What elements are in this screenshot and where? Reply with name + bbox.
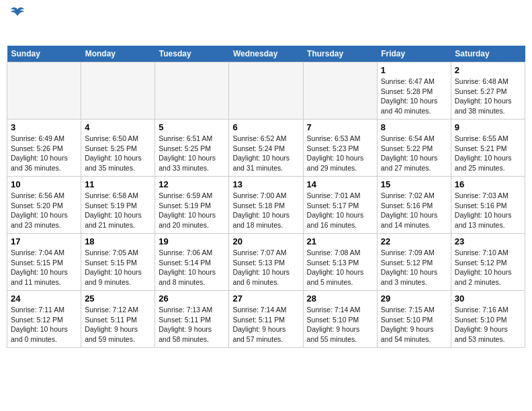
day-info: Sunrise: 7:03 AM Sunset: 5:16 PM Dayligh… — [455, 191, 521, 230]
calendar-cell — [81, 62, 155, 120]
calendar-week-row: 3Sunrise: 6:49 AM Sunset: 5:26 PM Daylig… — [7, 120, 525, 177]
day-info: Sunrise: 7:14 AM Sunset: 5:11 PM Dayligh… — [232, 305, 299, 345]
calendar-cell: 29Sunrise: 7:15 AM Sunset: 5:10 PM Dayli… — [377, 291, 451, 348]
day-number: 11 — [85, 179, 151, 189]
day-info: Sunrise: 6:54 AM Sunset: 5:22 PM Dayligh… — [381, 134, 447, 173]
calendar-cell: 11Sunrise: 6:58 AM Sunset: 5:19 PM Dayli… — [81, 177, 155, 234]
col-header-monday: Monday — [81, 46, 155, 62]
calendar-cell: 15Sunrise: 7:02 AM Sunset: 5:16 PM Dayli… — [377, 177, 451, 234]
day-info: Sunrise: 7:13 AM Sunset: 5:11 PM Dayligh… — [159, 305, 225, 345]
col-header-saturday: Saturday — [451, 46, 525, 62]
day-info: Sunrise: 7:06 AM Sunset: 5:14 PM Dayligh… — [159, 248, 225, 287]
calendar-cell: 1Sunrise: 6:47 AM Sunset: 5:28 PM Daylig… — [377, 62, 451, 120]
day-info: Sunrise: 7:00 AM Sunset: 5:18 PM Dayligh… — [232, 191, 299, 230]
day-info: Sunrise: 7:15 AM Sunset: 5:10 PM Dayligh… — [381, 305, 447, 345]
logo-bird-icon — [8, 7, 27, 21]
calendar-cell: 27Sunrise: 7:14 AM Sunset: 5:11 PM Dayli… — [229, 291, 303, 348]
calendar-week-row: 10Sunrise: 6:56 AM Sunset: 5:20 PM Dayli… — [7, 177, 525, 234]
calendar-cell — [229, 62, 303, 120]
calendar-cell: 28Sunrise: 7:14 AM Sunset: 5:10 PM Dayli… — [303, 291, 377, 348]
calendar-header-row: SundayMondayTuesdayWednesdayThursdayFrid… — [7, 46, 525, 62]
day-info: Sunrise: 7:09 AM Sunset: 5:12 PM Dayligh… — [381, 248, 447, 287]
day-number: 21 — [307, 236, 373, 246]
day-info: Sunrise: 7:04 AM Sunset: 5:15 PM Dayligh… — [11, 248, 77, 287]
page-header — [7, 7, 525, 39]
calendar-week-row: 17Sunrise: 7:04 AM Sunset: 5:15 PM Dayli… — [7, 234, 525, 291]
day-number: 12 — [159, 179, 225, 189]
day-number: 17 — [11, 236, 77, 246]
day-info: Sunrise: 6:58 AM Sunset: 5:19 PM Dayligh… — [85, 191, 151, 230]
day-info: Sunrise: 6:50 AM Sunset: 5:25 PM Dayligh… — [85, 134, 151, 173]
calendar-cell: 3Sunrise: 6:49 AM Sunset: 5:26 PM Daylig… — [7, 120, 81, 177]
day-number: 13 — [232, 179, 299, 189]
col-header-sunday: Sunday — [7, 46, 81, 62]
col-header-thursday: Thursday — [303, 46, 377, 62]
day-number: 25 — [85, 293, 151, 304]
calendar-cell: 26Sunrise: 7:13 AM Sunset: 5:11 PM Dayli… — [155, 291, 229, 348]
day-number: 10 — [11, 179, 77, 189]
day-info: Sunrise: 7:10 AM Sunset: 5:12 PM Dayligh… — [455, 248, 521, 287]
day-info: Sunrise: 6:47 AM Sunset: 5:28 PM Dayligh… — [381, 77, 447, 116]
day-number: 24 — [11, 293, 77, 304]
day-number: 7 — [307, 122, 373, 132]
calendar-cell: 30Sunrise: 7:16 AM Sunset: 5:10 PM Dayli… — [451, 291, 525, 348]
day-number: 4 — [85, 122, 151, 132]
day-number: 2 — [455, 65, 521, 75]
day-number: 23 — [455, 236, 521, 246]
calendar-cell: 21Sunrise: 7:08 AM Sunset: 5:13 PM Dayli… — [303, 234, 377, 291]
day-number: 18 — [85, 236, 151, 246]
day-info: Sunrise: 6:55 AM Sunset: 5:21 PM Dayligh… — [455, 134, 521, 173]
col-header-tuesday: Tuesday — [155, 46, 229, 62]
day-number: 15 — [381, 179, 447, 189]
logo — [7, 7, 27, 39]
calendar-cell: 20Sunrise: 7:07 AM Sunset: 5:13 PM Dayli… — [229, 234, 303, 291]
col-header-friday: Friday — [377, 46, 451, 62]
day-number: 6 — [232, 122, 299, 132]
day-info: Sunrise: 6:48 AM Sunset: 5:27 PM Dayligh… — [455, 77, 521, 116]
calendar-cell: 9Sunrise: 6:55 AM Sunset: 5:21 PM Daylig… — [451, 120, 525, 177]
day-number: 20 — [232, 236, 299, 246]
day-number: 28 — [307, 293, 373, 304]
calendar-cell: 4Sunrise: 6:50 AM Sunset: 5:25 PM Daylig… — [81, 120, 155, 177]
calendar-cell — [7, 62, 81, 120]
calendar-cell — [303, 62, 377, 120]
calendar-cell: 8Sunrise: 6:54 AM Sunset: 5:22 PM Daylig… — [377, 120, 451, 177]
calendar-table: SundayMondayTuesdayWednesdayThursdayFrid… — [7, 46, 525, 348]
day-number: 26 — [159, 293, 225, 304]
calendar-cell: 17Sunrise: 7:04 AM Sunset: 5:15 PM Dayli… — [7, 234, 81, 291]
day-number: 3 — [11, 122, 77, 132]
calendar-cell: 5Sunrise: 6:51 AM Sunset: 5:25 PM Daylig… — [155, 120, 229, 177]
calendar-cell: 13Sunrise: 7:00 AM Sunset: 5:18 PM Dayli… — [229, 177, 303, 234]
calendar-cell: 14Sunrise: 7:01 AM Sunset: 5:17 PM Dayli… — [303, 177, 377, 234]
day-number: 29 — [381, 293, 447, 304]
calendar-cell: 24Sunrise: 7:11 AM Sunset: 5:12 PM Dayli… — [7, 291, 81, 348]
calendar-cell: 22Sunrise: 7:09 AM Sunset: 5:12 PM Dayli… — [377, 234, 451, 291]
day-number: 8 — [381, 122, 447, 132]
calendar-week-row: 1Sunrise: 6:47 AM Sunset: 5:28 PM Daylig… — [7, 62, 525, 120]
calendar-cell: 6Sunrise: 6:52 AM Sunset: 5:24 PM Daylig… — [229, 120, 303, 177]
day-number: 19 — [159, 236, 225, 246]
calendar-cell: 7Sunrise: 6:53 AM Sunset: 5:23 PM Daylig… — [303, 120, 377, 177]
day-info: Sunrise: 7:02 AM Sunset: 5:16 PM Dayligh… — [381, 191, 447, 230]
day-number: 22 — [381, 236, 447, 246]
col-header-wednesday: Wednesday — [229, 46, 303, 62]
day-number: 27 — [232, 293, 299, 304]
day-info: Sunrise: 6:59 AM Sunset: 5:19 PM Dayligh… — [159, 191, 225, 230]
calendar-cell: 19Sunrise: 7:06 AM Sunset: 5:14 PM Dayli… — [155, 234, 229, 291]
day-number: 14 — [307, 179, 373, 189]
day-info: Sunrise: 6:52 AM Sunset: 5:24 PM Dayligh… — [232, 134, 299, 173]
day-info: Sunrise: 7:07 AM Sunset: 5:13 PM Dayligh… — [232, 248, 299, 287]
day-info: Sunrise: 7:05 AM Sunset: 5:15 PM Dayligh… — [85, 248, 151, 287]
day-number: 5 — [159, 122, 225, 132]
calendar-cell: 25Sunrise: 7:12 AM Sunset: 5:11 PM Dayli… — [81, 291, 155, 348]
calendar-cell: 18Sunrise: 7:05 AM Sunset: 5:15 PM Dayli… — [81, 234, 155, 291]
calendar-cell: 16Sunrise: 7:03 AM Sunset: 5:16 PM Dayli… — [451, 177, 525, 234]
calendar-cell: 23Sunrise: 7:10 AM Sunset: 5:12 PM Dayli… — [451, 234, 525, 291]
day-info: Sunrise: 6:56 AM Sunset: 5:20 PM Dayligh… — [11, 191, 77, 230]
calendar-cell — [155, 62, 229, 120]
day-number: 30 — [455, 293, 521, 304]
day-info: Sunrise: 6:51 AM Sunset: 5:25 PM Dayligh… — [159, 134, 225, 173]
calendar-week-row: 24Sunrise: 7:11 AM Sunset: 5:12 PM Dayli… — [7, 291, 525, 348]
day-info: Sunrise: 7:14 AM Sunset: 5:10 PM Dayligh… — [307, 305, 373, 345]
day-info: Sunrise: 7:12 AM Sunset: 5:11 PM Dayligh… — [85, 305, 151, 345]
